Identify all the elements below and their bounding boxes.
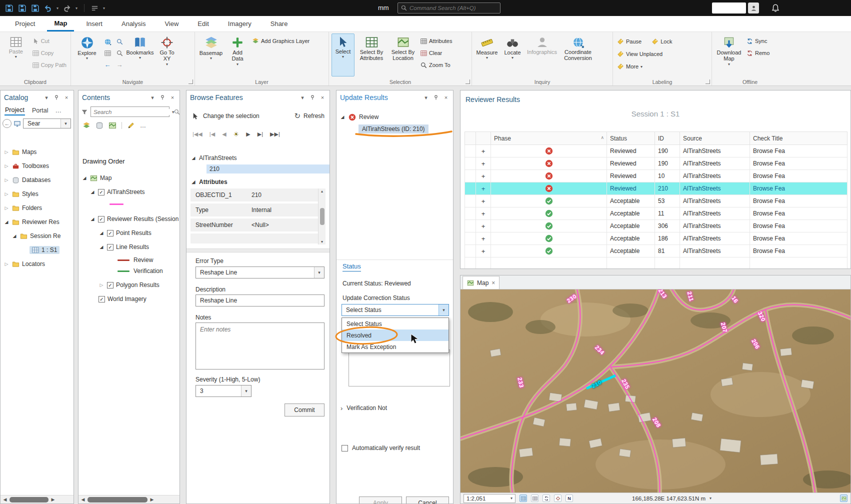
remove-button[interactable]: Remo: [745, 48, 771, 58]
notes-textarea[interactable]: [196, 322, 324, 370]
north-arrow-icon[interactable]: N: [566, 494, 573, 502]
contents-item-world-imagery[interactable]: ✓World Imagery: [78, 292, 180, 306]
contents-item-point-results[interactable]: ◢✓Point Results: [78, 226, 180, 240]
option-select-status[interactable]: Select Status: [342, 318, 448, 330]
catalog-item-folders[interactable]: ▷Folders: [0, 202, 74, 214]
layer-checkbox[interactable]: ✓: [107, 230, 114, 236]
select-by-attributes-button[interactable]: Select By Attributes: [356, 34, 387, 76]
pause-labeling-button[interactable]: Pause: [616, 36, 643, 46]
attribute-row[interactable]: StreetNumber<Null>: [190, 218, 318, 232]
expand-plus-icon[interactable]: +: [476, 220, 491, 232]
layer-checkbox[interactable]: ✓: [98, 189, 104, 196]
select-by-location-button[interactable]: Select By Location: [388, 34, 418, 76]
close-icon[interactable]: ×: [442, 94, 450, 100]
undo-dropdown-icon[interactable]: ▾: [56, 6, 58, 10]
horizontal-scrollbar[interactable]: ◀ ▶: [78, 495, 180, 504]
commit-button[interactable]: Commit: [284, 404, 324, 416]
catalog-tab-overflow-icon[interactable]: …: [56, 107, 62, 114]
expand-plus-icon[interactable]: +: [476, 158, 491, 170]
expand-plus-icon[interactable]: +: [476, 208, 491, 220]
result-row[interactable]: +Acceptable186AlTirahStreetsBrowse Fea: [465, 232, 848, 245]
last-record-icon[interactable]: ▶▶|: [270, 131, 280, 138]
edit-pencil-icon[interactable]: [127, 122, 135, 130]
expand-plus-icon[interactable]: +: [476, 170, 491, 182]
explore-button[interactable]: Explore▾: [74, 34, 100, 76]
result-row[interactable]: +Acceptable11AlTirahStreetsBrowse Fea: [465, 208, 848, 220]
catalog-tab-portal[interactable]: Portal: [32, 107, 48, 114]
contents-item-line-results[interactable]: ◢✓Line Results: [78, 240, 180, 254]
spatial-reference-icon[interactable]: [840, 494, 848, 502]
contents-search-box[interactable]: [90, 106, 170, 117]
tab-project[interactable]: Project: [8, 16, 42, 32]
bookmarks-button[interactable]: Bookmarks▾: [126, 34, 154, 76]
auto-verify-row[interactable]: Automatically verify result: [336, 442, 453, 454]
scroll-right-icon[interactable]: ▶: [148, 497, 156, 502]
add-data-button[interactable]: Add Data▾: [226, 34, 249, 76]
full-extent-icon[interactable]: [102, 36, 113, 47]
next-extent-icon[interactable]: →: [114, 60, 125, 70]
paste-button[interactable]: Paste▾: [2, 34, 30, 76]
attributes-section-header[interactable]: ◢Attributes: [186, 176, 330, 188]
pin-icon[interactable]: [433, 94, 439, 100]
vertical-scrollbar[interactable]: ▴ ▾: [318, 188, 326, 244]
scroll-left-icon[interactable]: ◀: [80, 497, 86, 502]
lock-labels-button[interactable]: Lock: [650, 36, 674, 46]
expand-plus-icon[interactable]: +: [476, 195, 491, 208]
apply-button[interactable]: Apply: [359, 496, 402, 504]
scrollbar-thumb[interactable]: [320, 208, 324, 225]
close-icon[interactable]: ×: [169, 94, 176, 100]
result-row[interactable]: +Acceptable81AlTirahStreetsBrowse Fea: [465, 245, 848, 258]
row-selector[interactable]: [465, 195, 476, 208]
correction-comments-box[interactable]: [348, 350, 450, 386]
verification-notes-expander[interactable]: › Verification Not: [336, 402, 453, 414]
back-icon[interactable]: ←: [2, 119, 12, 128]
more-labeling-button[interactable]: More▾: [616, 62, 674, 72]
layer-checkbox[interactable]: ✓: [107, 244, 114, 250]
list-by-source-icon[interactable]: [96, 122, 104, 130]
undo-icon[interactable]: [44, 4, 52, 12]
contents-search-input[interactable]: [94, 109, 172, 115]
tab-share[interactable]: Share: [264, 16, 295, 32]
fixed-zoom-out-icon[interactable]: [114, 48, 125, 58]
close-map-tab-icon[interactable]: ×: [492, 280, 495, 286]
coordinate-conversion-button[interactable]: Coordinate Conversion: [560, 34, 596, 76]
catalog-item-session-table[interactable]: 1 : S1: [0, 244, 74, 256]
result-row[interactable]: +Acceptable306AlTirahStreetsBrowse Fea: [465, 220, 848, 232]
select-button[interactable]: Select▾: [332, 34, 354, 76]
redo-dropdown-icon[interactable]: ▾: [76, 6, 78, 10]
option-resolved[interactable]: Resolved: [342, 330, 448, 341]
contents-item-reviewer-results[interactable]: ◢✓Reviewer Results (Session: [78, 212, 180, 226]
row-selector[interactable]: [465, 182, 476, 195]
attributes-button[interactable]: Attributes: [419, 36, 454, 46]
panel-menu-icon[interactable]: ▾: [422, 94, 430, 101]
snapping-icon[interactable]: [554, 494, 562, 502]
row-selector-header[interactable]: [465, 132, 476, 145]
basemap-button[interactable]: Basemap▾: [198, 34, 224, 76]
expander-header[interactable]: [476, 132, 491, 145]
customize-toolbar-icon[interactable]: [91, 4, 98, 12]
catalog-item-databases[interactable]: ▷Databases: [0, 174, 74, 186]
command-search[interactable]: [398, 2, 500, 14]
row-selector[interactable]: [465, 232, 476, 245]
more-options-icon[interactable]: …: [140, 122, 146, 129]
result-row[interactable]: +Reviewed190AlTirahStreetsBrowse Fea: [465, 158, 848, 170]
infographics-button[interactable]: Infographics: [526, 34, 558, 76]
catalog-path-combobox[interactable]: Sear ▾: [23, 118, 71, 128]
close-icon[interactable]: ×: [63, 94, 70, 100]
chevron-down-icon[interactable]: ▾: [438, 304, 448, 316]
sync-view-icon[interactable]: [542, 494, 550, 502]
close-icon[interactable]: ×: [319, 94, 326, 100]
copy-button[interactable]: Copy: [31, 48, 68, 58]
col-check-title[interactable]: Check Title: [750, 132, 848, 145]
clear-button[interactable]: Clear: [419, 48, 454, 58]
previous-page-icon[interactable]: |◀: [210, 131, 215, 138]
notifications-bell-icon[interactable]: [771, 4, 780, 12]
next-page-icon[interactable]: ▶|: [258, 131, 263, 138]
expand-plus-icon[interactable]: +: [476, 145, 491, 158]
col-id[interactable]: ID: [655, 132, 680, 145]
map-canvas[interactable]: 230 213 211 16 207 320 206 234 233 210 2…: [460, 290, 850, 492]
grid-tool-icon[interactable]: [531, 494, 538, 502]
layer-checkbox[interactable]: ✓: [107, 282, 114, 288]
chevron-down-icon[interactable]: ▾: [314, 267, 324, 278]
coordinate-readout[interactable]: 166,185.28E 147,623.51N m ▾: [632, 496, 712, 502]
